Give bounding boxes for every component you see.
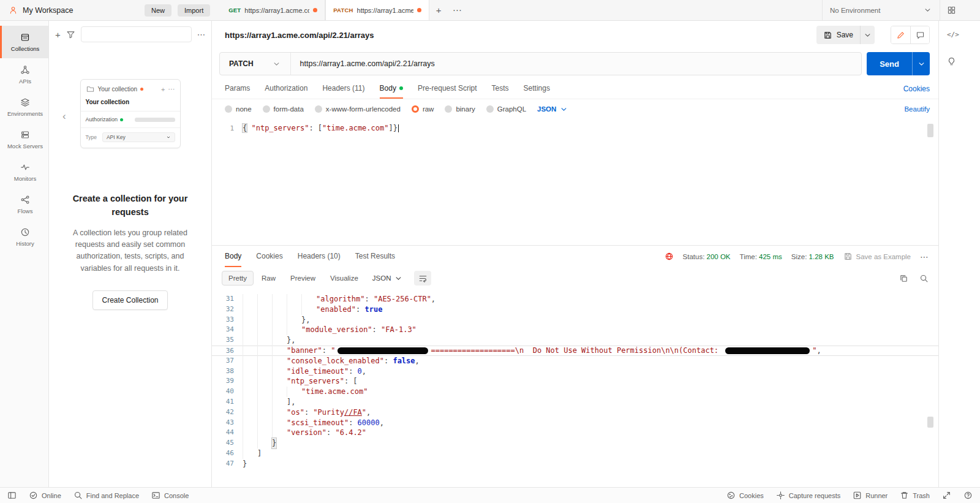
sidebar-item-apis[interactable]: APIs — [0, 58, 48, 91]
beautify-link[interactable]: Beautify — [904, 105, 930, 113]
new-button[interactable]: New — [145, 4, 172, 17]
find-and-replace-button[interactable]: Find and Replace — [74, 491, 139, 500]
environment-quick-look-button[interactable] — [940, 0, 963, 20]
sidebar-search-input[interactable] — [81, 26, 192, 42]
add-collection-button[interactable]: + — [55, 29, 61, 40]
response-code-line[interactable]: 38"idle_timeout": 0, — [212, 366, 938, 377]
collections-icon — [20, 32, 30, 42]
help-button[interactable] — [963, 491, 973, 500]
indent-guide — [257, 294, 272, 304]
response-more-button[interactable]: ⋯ — [920, 252, 929, 262]
create-collection-button[interactable]: Create Collection — [92, 290, 167, 310]
editor-scrollbar[interactable] — [927, 124, 933, 137]
code-snippet-button[interactable]: </> — [947, 31, 959, 39]
body-mode-GraphQL[interactable]: GraphQL — [486, 105, 526, 113]
tab-authorization[interactable]: Authorization — [265, 78, 307, 99]
view-tab-visualize[interactable]: Visualize — [323, 271, 365, 286]
sidebar-item-history[interactable]: History — [0, 221, 48, 253]
trash-button[interactable]: Trash — [900, 491, 930, 500]
response-code-line[interactable]: 33}, — [212, 315, 938, 325]
console-button[interactable]: Console — [151, 491, 189, 500]
request-tab[interactable]: PATCHhttps://array1.acme.c — [325, 0, 429, 20]
tab-pre-request-script[interactable]: Pre-request Script — [418, 78, 477, 99]
two-pane-view-button[interactable] — [942, 491, 951, 500]
line-number: 39 — [212, 376, 234, 387]
response-tab-cookies[interactable]: Cookies — [256, 246, 282, 267]
body-mode-raw[interactable]: raw — [412, 105, 434, 113]
save-button[interactable]: Save — [816, 26, 875, 44]
request-body-editor[interactable]: 1 { "ntp_servers": ["time.acme.com"]} — [212, 119, 938, 245]
view-tab-preview[interactable]: Preview — [284, 271, 322, 286]
body-mode-form-data[interactable]: form-data — [263, 105, 304, 113]
cookies-button[interactable]: Cookies — [726, 491, 764, 500]
copy-response-button[interactable] — [899, 274, 908, 283]
response-code-line[interactable]: 43"scsi_timeout": 60000, — [212, 418, 938, 428]
save-options-caret[interactable] — [860, 26, 875, 44]
body-mode-none[interactable]: none — [225, 105, 252, 113]
response-code-line[interactable]: 41], — [212, 397, 938, 407]
wrap-lines-button[interactable] — [414, 271, 431, 286]
sidebar-item-environments[interactable]: Environments — [0, 91, 48, 123]
request-tab[interactable]: GEThttps://array1.acme.co — [221, 0, 325, 20]
new-tab-button[interactable]: + — [429, 0, 448, 20]
environment-selector[interactable]: No Environment — [822, 0, 940, 20]
response-code-line[interactable]: 46] — [212, 448, 938, 459]
capture-requests-button[interactable]: Capture requests — [776, 491, 840, 500]
body-mode-binary[interactable]: binary — [445, 105, 475, 113]
response-tab-test-results[interactable]: Test Results — [355, 246, 395, 267]
toggle-sidebar-button[interactable] — [7, 491, 17, 500]
search-response-button[interactable] — [919, 274, 929, 283]
workspace-switcher[interactable]: My Workspace — [0, 0, 145, 20]
method-select[interactable]: PATCH — [220, 53, 291, 75]
body-language-select[interactable]: JSON — [537, 105, 568, 114]
sidebar-item-collections[interactable]: Collections — [0, 26, 48, 58]
response-code-line[interactable]: 47} — [212, 459, 938, 469]
tab-tests[interactable]: Tests — [492, 78, 509, 99]
send-options-caret[interactable] — [912, 52, 930, 75]
response-code-line[interactable]: 34"module_version": "FA-1.3" — [212, 325, 938, 335]
send-button[interactable]: Send — [867, 52, 930, 75]
network-warning-icon[interactable] — [665, 252, 674, 261]
view-tab-raw[interactable]: Raw — [255, 271, 282, 286]
response-tab-body[interactable]: Body — [225, 246, 241, 267]
indent-guide — [272, 346, 287, 356]
url-input[interactable]: https://array1.acme.com/api/2.21/arrays — [291, 59, 444, 68]
sidebar-more-button[interactable]: ⋯ — [197, 30, 205, 39]
tab-body[interactable]: Body — [380, 78, 403, 99]
tab-params[interactable]: Params — [225, 78, 250, 99]
response-code-line[interactable]: 32"enabled": true — [212, 304, 938, 315]
view-tab-pretty[interactable]: Pretty — [222, 271, 254, 286]
response-code-line[interactable]: 42"os": "Purity//FA", — [212, 407, 938, 418]
runner-button[interactable]: Runner — [853, 491, 888, 500]
indent-guide — [257, 315, 272, 325]
tab-settings[interactable]: Settings — [524, 78, 550, 99]
import-button[interactable]: Import — [178, 4, 210, 17]
body-mode-x-www-form-urlencoded[interactable]: x-www-form-urlencoded — [315, 105, 401, 113]
response-body-viewer[interactable]: 31"algorithm": "AES-256-CTR",32"enabled"… — [212, 289, 938, 487]
bulb-icon[interactable] — [947, 57, 956, 66]
editor-line[interactable]: 1 { "ntp_servers": ["time.acme.com"]} — [212, 123, 938, 134]
cookies-link[interactable]: Cookies — [903, 85, 930, 93]
tab-options-button[interactable]: ⋯ — [448, 0, 466, 20]
connection-status[interactable]: Online — [29, 491, 61, 500]
response-code-line[interactable]: 37"console_lock_enabled": false, — [212, 356, 938, 366]
response-scrollbar[interactable] — [927, 417, 933, 428]
response-code-line[interactable]: 45} — [212, 438, 938, 448]
response-language-select[interactable]: JSON — [368, 271, 409, 286]
filter-icon[interactable] — [66, 30, 75, 39]
response-code-line[interactable]: 40"time.acme.com" — [212, 387, 938, 397]
response-tab-headers-10-[interactable]: Headers (10) — [298, 246, 341, 267]
response-code-line[interactable]: 39"ntp_servers": [ — [212, 376, 938, 387]
response-code-line[interactable]: 44"version": "6.4.2" — [212, 428, 938, 438]
sidebar-item-mock-servers[interactable]: Mock Servers — [0, 123, 48, 156]
save-as-example-button[interactable]: Save as Example — [843, 252, 911, 261]
comments-button[interactable] — [910, 26, 929, 43]
tab-headers-11-[interactable]: Headers (11) — [322, 78, 364, 99]
response-code-line[interactable]: 35}, — [212, 335, 938, 346]
response-code-line[interactable]: 36"banner": "===================\n Do No… — [212, 346, 938, 356]
response-code-line[interactable]: 31"algorithm": "AES-256-CTR", — [212, 294, 938, 304]
collapse-sidebar-icon[interactable]: ‹ — [62, 110, 66, 123]
rename-button[interactable] — [891, 26, 910, 43]
sidebar-item-monitors[interactable]: Monitors — [0, 156, 48, 188]
sidebar-item-flows[interactable]: Flows — [0, 188, 48, 221]
